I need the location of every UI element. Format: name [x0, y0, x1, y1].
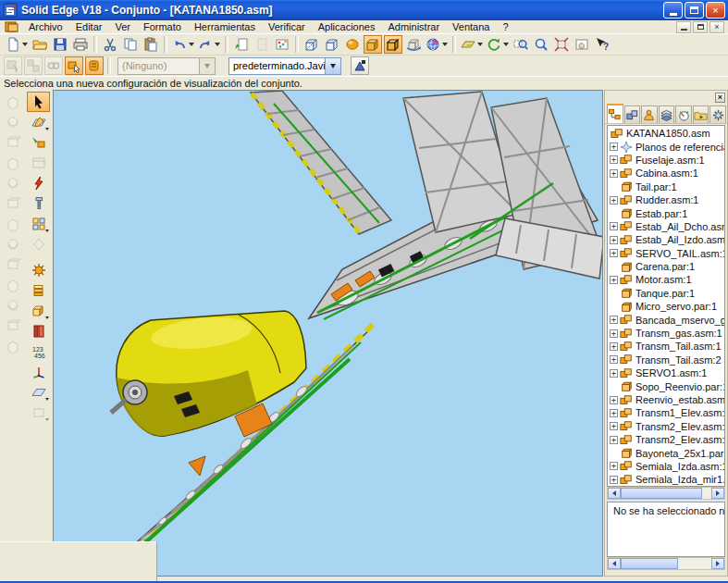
scroll-right-arrow[interactable]: [711, 488, 724, 499]
expand-icon[interactable]: +: [610, 276, 618, 284]
tab-sensors[interactable]: [675, 105, 692, 123]
save-document-button[interactable]: [51, 35, 69, 54]
scrollbar-thumb[interactable]: [621, 488, 702, 499]
activate-part-button[interactable]: [232, 35, 251, 54]
tree-item[interactable]: +Planos de referencia: [608, 140, 724, 153]
tree-item[interactable]: +Transm2_Elev.asm:1: [608, 420, 724, 433]
dropdown-arrow-icon[interactable]: [22, 43, 28, 46]
scrollbar-track[interactable]: [702, 488, 711, 499]
tree-item[interactable]: +Estab_Ail_Izdo.asm:1: [608, 233, 724, 246]
reference-plane-button[interactable]: [27, 382, 50, 403]
expand-icon[interactable]: +: [610, 236, 618, 244]
mdi-minimize-button[interactable]: [676, 21, 691, 33]
tree-item[interactable]: +SERVO1.asm:1: [608, 366, 724, 379]
minimize-button[interactable]: [663, 2, 683, 19]
expand-icon[interactable]: +: [610, 143, 618, 151]
tree-item[interactable]: Estab.par:1: [608, 206, 724, 219]
display-configuration-combo[interactable]: predeterminado.Javier: [228, 57, 341, 75]
scrollbar-thumb[interactable]: [621, 558, 678, 569]
tree-item[interactable]: +Fuselaje.asm:1: [608, 154, 724, 167]
context-help-button[interactable]: ?: [593, 35, 611, 54]
new-document-button[interactable]: [5, 35, 29, 54]
undo-button[interactable]: [171, 35, 195, 54]
common-views-button[interactable]: [425, 35, 449, 54]
scroll-left-arrow[interactable]: [608, 488, 621, 499]
tree-item[interactable]: Tanque.par:1: [608, 287, 724, 300]
tree-item[interactable]: +Transm_Tail.asm:1: [608, 340, 724, 353]
expand-icon[interactable]: +: [610, 329, 618, 338]
tree-horizontal-scrollbar[interactable]: [607, 487, 725, 500]
dropdown-arrow-icon[interactable]: [442, 43, 448, 46]
dropdown-arrow-icon[interactable]: [503, 43, 509, 46]
component-sketch-button[interactable]: [27, 301, 50, 321]
expand-icon[interactable]: +: [610, 422, 618, 430]
rotate-view-button[interactable]: [486, 35, 510, 54]
cut-button[interactable]: [101, 35, 119, 54]
tree-item[interactable]: +Transm2_Elev.asm:2: [608, 433, 724, 446]
documentation-button[interactable]: [27, 321, 50, 341]
menu-formato[interactable]: Formato: [137, 21, 188, 32]
tree-item[interactable]: Tail.par:1: [608, 180, 724, 193]
tab-recordings[interactable]: [693, 105, 709, 123]
view-styles-button[interactable]: [460, 35, 484, 54]
simplified-assembly-button[interactable]: [85, 56, 104, 75]
tree-item[interactable]: Bayoneta_25x1.par:1: [608, 446, 724, 459]
tab-library[interactable]: [624, 105, 641, 123]
zoom-area-button[interactable]: [512, 35, 530, 54]
info-horizontal-scrollbar[interactable]: [607, 557, 725, 570]
assembly-model-katana1850[interactable]: [54, 91, 603, 577]
fastener-system-button[interactable]: [27, 193, 50, 214]
redo-button[interactable]: [197, 35, 221, 54]
restore-button[interactable]: [685, 2, 704, 19]
exploded-view-button[interactable]: [27, 280, 50, 301]
variables-button[interactable]: 123456: [27, 341, 50, 362]
tree-item[interactable]: +SERVO_TAIL.asm:1: [608, 247, 724, 260]
apply-configuration-button[interactable]: [351, 56, 369, 75]
mdi-restore-button[interactable]: [693, 21, 708, 33]
motor-button[interactable]: [27, 260, 50, 280]
tree-item[interactable]: +Transm_Tail.asm:2: [608, 354, 724, 366]
menu-ventana[interactable]: Ventana: [446, 21, 496, 32]
visible-hidden-edges-button[interactable]: [302, 35, 321, 54]
scroll-left-arrow[interactable]: [608, 558, 621, 569]
dropdown-arrow-icon[interactable]: [45, 418, 49, 421]
tree-item[interactable]: Micro_servo.par:1: [608, 300, 724, 313]
copy-button[interactable]: [121, 35, 140, 54]
zoom-button[interactable]: [532, 35, 550, 54]
dropdown-arrow-icon[interactable]: [45, 229, 49, 232]
3d-viewport[interactable]: [53, 90, 603, 577]
tab-pathfinder[interactable]: [607, 104, 623, 123]
display-configuration-dropdown-arrow[interactable]: [325, 58, 340, 74]
expand-icon[interactable]: +: [610, 196, 618, 205]
visible-edges-button[interactable]: [323, 35, 341, 54]
tree-item[interactable]: +Semiala_Izda.asm:1: [608, 460, 724, 473]
expand-icon[interactable]: +: [610, 369, 618, 378]
expand-icon[interactable]: +: [610, 355, 618, 364]
dropdown-arrow-icon[interactable]: [45, 316, 49, 319]
expand-icon[interactable]: +: [610, 342, 618, 351]
shaded-with-edges-button[interactable]: [384, 35, 402, 54]
scroll-right-arrow[interactable]: [711, 558, 724, 569]
flashfit-button[interactable]: [27, 173, 50, 193]
mdi-close-button[interactable]: ×: [709, 21, 724, 33]
expand-icon[interactable]: +: [610, 169, 618, 178]
coordinate-system-button[interactable]: [27, 362, 50, 382]
part-painter-button[interactable]: [273, 35, 291, 54]
expand-icon[interactable]: +: [610, 222, 618, 230]
tab-layers[interactable]: [659, 105, 675, 123]
dropdown-arrow-icon[interactable]: [477, 43, 483, 46]
tree-item[interactable]: +Bancada_mservo_gas.as: [608, 313, 724, 326]
tree-item[interactable]: +Semiala_Izda_mir1.asm:1: [608, 473, 724, 486]
pan-button[interactable]: [573, 35, 591, 54]
dropdown-arrow-icon[interactable]: [189, 43, 194, 46]
tree-item[interactable]: +Transm1_Elev.asm:1: [608, 406, 724, 419]
shaded-view-button[interactable]: [343, 35, 362, 54]
tree-item[interactable]: Carena.par:1: [608, 260, 724, 273]
tree-item[interactable]: +Estab_Ail_Dcho.asm:1: [608, 220, 724, 233]
menu-administrar[interactable]: Administrar: [381, 21, 446, 32]
expand-icon[interactable]: +: [610, 155, 618, 164]
menu-archivo[interactable]: Archivo: [22, 21, 69, 32]
tree-item[interactable]: Sopo_Reenvio.par:1: [608, 379, 724, 392]
tab-options[interactable]: [709, 105, 726, 123]
expand-icon[interactable]: +: [610, 396, 618, 404]
